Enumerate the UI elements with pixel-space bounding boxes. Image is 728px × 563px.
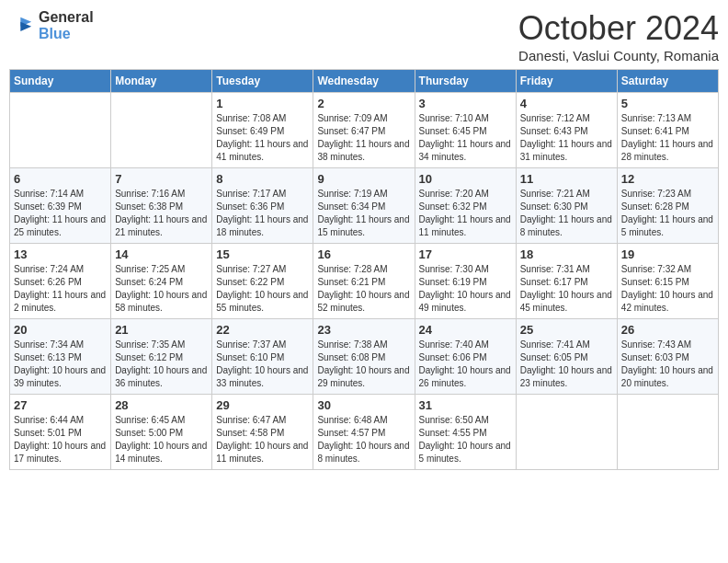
page-header: General Blue October 2024 Danesti, Vaslu… [9, 9, 719, 63]
day-number: 8 [216, 172, 309, 186]
day-number: 7 [115, 172, 208, 186]
calendar-cell: 16Sunrise: 7:28 AMSunset: 6:21 PMDayligh… [313, 244, 415, 319]
calendar-cell [516, 395, 617, 470]
calendar-cell: 7Sunrise: 7:16 AMSunset: 6:38 PMDaylight… [111, 168, 212, 244]
cell-info: Sunrise: 7:13 AMSunset: 6:41 PMDaylight:… [621, 112, 714, 164]
cell-info: Sunrise: 7:12 AMSunset: 6:43 PMDaylight:… [520, 112, 613, 164]
day-number: 16 [317, 247, 410, 261]
logo-text: General Blue [39, 9, 94, 42]
calendar-cell: 21Sunrise: 7:35 AMSunset: 6:12 PMDayligh… [111, 319, 212, 395]
day-number: 20 [14, 323, 107, 337]
day-number: 6 [14, 172, 107, 186]
day-number: 27 [14, 398, 107, 412]
cell-info: Sunrise: 7:14 AMSunset: 6:39 PMDaylight:… [14, 188, 107, 239]
calendar-cell: 1Sunrise: 7:08 AMSunset: 6:49 PMDaylight… [212, 93, 313, 168]
day-number: 22 [216, 323, 309, 337]
day-number: 4 [520, 97, 613, 110]
calendar-cell [617, 395, 718, 470]
cell-info: Sunrise: 7:35 AMSunset: 6:12 PMDaylight:… [115, 339, 208, 390]
weekday-header: Thursday [415, 70, 516, 93]
calendar-cell: 14Sunrise: 7:25 AMSunset: 6:24 PMDayligh… [111, 244, 212, 319]
calendar-cell: 29Sunrise: 6:47 AMSunset: 4:58 PMDayligh… [212, 395, 313, 470]
cell-info: Sunrise: 7:10 AMSunset: 6:45 PMDaylight:… [419, 112, 512, 164]
cell-info: Sunrise: 7:27 AMSunset: 6:22 PMDaylight:… [216, 263, 309, 315]
day-number: 1 [216, 97, 309, 110]
logo: General Blue [9, 9, 94, 42]
cell-info: Sunrise: 7:09 AMSunset: 6:47 PMDaylight:… [317, 112, 410, 164]
day-number: 11 [520, 172, 613, 186]
cell-info: Sunrise: 7:16 AMSunset: 6:38 PMDaylight:… [115, 188, 208, 239]
calendar-cell: 28Sunrise: 6:45 AMSunset: 5:00 PMDayligh… [111, 395, 212, 470]
calendar-cell: 31Sunrise: 6:50 AMSunset: 4:55 PMDayligh… [415, 395, 516, 470]
cell-info: Sunrise: 6:44 AMSunset: 5:01 PMDaylight:… [14, 414, 107, 465]
calendar-cell: 23Sunrise: 7:38 AMSunset: 6:08 PMDayligh… [313, 319, 415, 395]
cell-info: Sunrise: 7:30 AMSunset: 6:19 PMDaylight:… [419, 263, 512, 315]
day-number: 17 [419, 247, 512, 261]
calendar-cell: 4Sunrise: 7:12 AMSunset: 6:43 PMDaylight… [516, 93, 617, 168]
calendar-cell: 5Sunrise: 7:13 AMSunset: 6:41 PMDaylight… [617, 93, 718, 168]
cell-info: Sunrise: 7:25 AMSunset: 6:24 PMDaylight:… [115, 263, 208, 315]
calendar-cell: 13Sunrise: 7:24 AMSunset: 6:26 PMDayligh… [10, 244, 111, 319]
title-block: October 2024 Danesti, Vaslui County, Rom… [518, 9, 719, 63]
calendar-cell: 18Sunrise: 7:31 AMSunset: 6:17 PMDayligh… [516, 244, 617, 319]
logo-icon [9, 16, 35, 36]
cell-info: Sunrise: 7:43 AMSunset: 6:03 PMDaylight:… [621, 339, 714, 390]
cell-info: Sunrise: 7:40 AMSunset: 6:06 PMDaylight:… [419, 339, 512, 390]
cell-info: Sunrise: 7:23 AMSunset: 6:28 PMDaylight:… [621, 188, 714, 239]
calendar-week-row: 6Sunrise: 7:14 AMSunset: 6:39 PMDaylight… [10, 168, 719, 244]
cell-info: Sunrise: 6:47 AMSunset: 4:58 PMDaylight:… [216, 414, 309, 465]
cell-info: Sunrise: 7:41 AMSunset: 6:05 PMDaylight:… [520, 339, 613, 390]
cell-info: Sunrise: 7:38 AMSunset: 6:08 PMDaylight:… [317, 339, 410, 390]
day-number: 29 [216, 398, 309, 412]
calendar-cell [111, 93, 212, 168]
calendar-cell: 6Sunrise: 7:14 AMSunset: 6:39 PMDaylight… [10, 168, 111, 244]
calendar-cell: 10Sunrise: 7:20 AMSunset: 6:32 PMDayligh… [415, 168, 516, 244]
day-number: 28 [115, 398, 208, 412]
calendar-cell: 22Sunrise: 7:37 AMSunset: 6:10 PMDayligh… [212, 319, 313, 395]
calendar-cell: 2Sunrise: 7:09 AMSunset: 6:47 PMDaylight… [313, 93, 415, 168]
day-number: 26 [621, 323, 714, 337]
day-number: 3 [419, 97, 512, 110]
cell-info: Sunrise: 7:32 AMSunset: 6:15 PMDaylight:… [621, 263, 714, 315]
month-title: October 2024 [518, 9, 719, 48]
logo-general: General [39, 9, 94, 25]
day-number: 13 [14, 247, 107, 261]
weekday-header: Monday [111, 70, 212, 93]
weekday-header-row: SundayMondayTuesdayWednesdayThursdayFrid… [10, 70, 719, 93]
day-number: 24 [419, 323, 512, 337]
calendar-cell: 15Sunrise: 7:27 AMSunset: 6:22 PMDayligh… [212, 244, 313, 319]
calendar-cell: 3Sunrise: 7:10 AMSunset: 6:45 PMDaylight… [415, 93, 516, 168]
cell-info: Sunrise: 7:08 AMSunset: 6:49 PMDaylight:… [216, 112, 309, 164]
calendar-cell: 20Sunrise: 7:34 AMSunset: 6:13 PMDayligh… [10, 319, 111, 395]
cell-info: Sunrise: 7:17 AMSunset: 6:36 PMDaylight:… [216, 188, 309, 239]
calendar-cell: 24Sunrise: 7:40 AMSunset: 6:06 PMDayligh… [415, 319, 516, 395]
calendar-cell: 26Sunrise: 7:43 AMSunset: 6:03 PMDayligh… [617, 319, 718, 395]
cell-info: Sunrise: 7:31 AMSunset: 6:17 PMDaylight:… [520, 263, 613, 315]
day-number: 25 [520, 323, 613, 337]
calendar-cell: 30Sunrise: 6:48 AMSunset: 4:57 PMDayligh… [313, 395, 415, 470]
calendar-cell: 12Sunrise: 7:23 AMSunset: 6:28 PMDayligh… [617, 168, 718, 244]
day-number: 2 [317, 97, 410, 110]
calendar-cell [10, 93, 111, 168]
cell-info: Sunrise: 7:20 AMSunset: 6:32 PMDaylight:… [419, 188, 512, 239]
calendar-week-row: 27Sunrise: 6:44 AMSunset: 5:01 PMDayligh… [10, 395, 719, 470]
day-number: 30 [317, 398, 410, 412]
day-number: 19 [621, 247, 714, 261]
weekday-header: Wednesday [313, 70, 415, 93]
calendar-cell: 11Sunrise: 7:21 AMSunset: 6:30 PMDayligh… [516, 168, 617, 244]
calendar-cell: 27Sunrise: 6:44 AMSunset: 5:01 PMDayligh… [10, 395, 111, 470]
day-number: 14 [115, 247, 208, 261]
calendar-cell: 9Sunrise: 7:19 AMSunset: 6:34 PMDaylight… [313, 168, 415, 244]
day-number: 31 [419, 398, 512, 412]
weekday-header: Tuesday [212, 70, 313, 93]
cell-info: Sunrise: 7:37 AMSunset: 6:10 PMDaylight:… [216, 339, 309, 390]
day-number: 18 [520, 247, 613, 261]
cell-info: Sunrise: 6:45 AMSunset: 5:00 PMDaylight:… [115, 414, 208, 465]
day-number: 9 [317, 172, 410, 186]
cell-info: Sunrise: 7:28 AMSunset: 6:21 PMDaylight:… [317, 263, 410, 315]
day-number: 10 [419, 172, 512, 186]
cell-info: Sunrise: 7:21 AMSunset: 6:30 PMDaylight:… [520, 188, 613, 239]
day-number: 12 [621, 172, 714, 186]
calendar-table: SundayMondayTuesdayWednesdayThursdayFrid… [9, 69, 719, 470]
cell-info: Sunrise: 6:48 AMSunset: 4:57 PMDaylight:… [317, 414, 410, 465]
